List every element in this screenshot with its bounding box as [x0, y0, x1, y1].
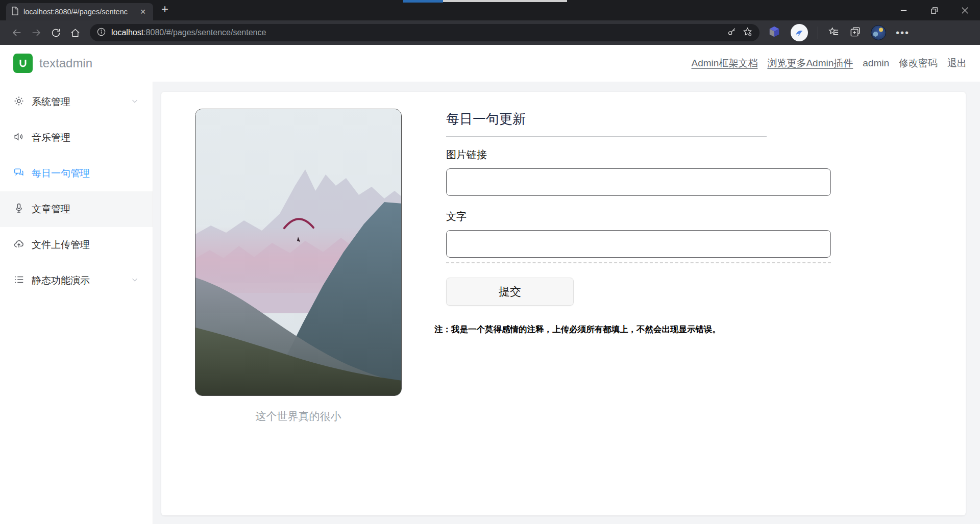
- refresh-icon[interactable]: [46, 24, 65, 41]
- image-link-label: 图片链接: [446, 148, 831, 162]
- background-window-sliver-light: [443, 0, 567, 2]
- home-icon[interactable]: [65, 24, 85, 41]
- bird-extension-icon[interactable]: [791, 24, 808, 41]
- gear-icon: [13, 95, 24, 109]
- key-icon[interactable]: [727, 27, 737, 39]
- form-divider: [446, 136, 767, 137]
- link-admin-docs[interactable]: Admin框架文档: [692, 57, 758, 70]
- sidebar-item-daily-sentence[interactable]: 每日一句管理: [0, 156, 153, 191]
- url-host: localhost: [111, 28, 143, 37]
- microphone-icon: [13, 203, 24, 216]
- profile-avatar[interactable]: [871, 25, 886, 40]
- page-favicon-icon: [11, 7, 19, 17]
- brand-logo-icon[interactable]: [13, 54, 33, 73]
- dashed-divider: [446, 262, 831, 263]
- sidebar-item-articles[interactable]: 文章管理: [0, 191, 153, 227]
- url-text[interactable]: localhost:8080/#/pages/sentence/sentence: [111, 28, 722, 37]
- browser-titlebar: localhost:8080/#/pages/sentenc ✕ +: [0, 0, 980, 20]
- image-caption: 这个世界真的很小: [195, 409, 402, 423]
- sidebar: 系统管理 音乐管理 每日一: [0, 82, 153, 524]
- daily-sentence-image: [195, 109, 402, 396]
- chat-bubbles-icon: [13, 167, 24, 181]
- sidebar-item-label: 音乐管理: [32, 131, 70, 144]
- sidebar-item-music[interactable]: 音乐管理: [0, 120, 153, 156]
- sidebar-item-label: 静态功能演示: [32, 274, 90, 287]
- form-note: 注：我是一个莫得感情的注释，上传必须所有都填上，不然会出现显示错误。: [434, 324, 831, 335]
- chevron-down-icon: [130, 96, 139, 108]
- back-icon[interactable]: [7, 24, 27, 41]
- list-icon: [13, 274, 24, 288]
- sidebar-item-static-demo[interactable]: 静态功能演示: [0, 263, 153, 298]
- link-more-plugins[interactable]: 浏览更多Admin插件: [767, 57, 853, 70]
- url-path: :8080/#/pages/sentence/sentence: [143, 28, 266, 37]
- more-icon[interactable]: •••: [896, 27, 910, 39]
- cube-extension-icon[interactable]: [768, 25, 781, 40]
- brand-name: textadmin: [39, 56, 92, 70]
- submit-button[interactable]: 提交: [446, 278, 574, 306]
- star-add-icon[interactable]: [742, 27, 753, 39]
- window-close-button[interactable]: [949, 0, 980, 20]
- favorites-icon[interactable]: [828, 26, 840, 40]
- url-bar[interactable]: localhost:8080/#/pages/sentence/sentence: [90, 24, 760, 41]
- sidebar-item-file-upload[interactable]: 文件上传管理: [0, 227, 153, 263]
- image-link-input[interactable]: [446, 168, 831, 196]
- link-change-password[interactable]: 修改密码: [899, 57, 938, 70]
- browser-toolbar: localhost:8080/#/pages/sentence/sentence: [0, 20, 980, 45]
- content-card: 这个世界真的很小 每日一句更新 图片链接 文字 提交 注：我是一个莫得感情的注释…: [161, 92, 966, 515]
- speaker-icon: [13, 131, 24, 145]
- text-input[interactable]: [446, 230, 831, 258]
- app-header: textadmin Admin框架文档 浏览更多Admin插件 admin 修改…: [0, 45, 980, 82]
- sidebar-item-label: 文章管理: [32, 203, 70, 216]
- main-content: 这个世界真的很小 每日一句更新 图片链接 文字 提交 注：我是一个莫得感情的注释…: [153, 82, 980, 524]
- header-username: admin: [863, 58, 889, 69]
- window-minimize-button[interactable]: [888, 0, 919, 20]
- new-tab-button[interactable]: +: [161, 2, 168, 16]
- daily-sentence-form: 每日一句更新 图片链接 文字 提交 注：我是一个莫得感情的注释，上传必须所有都填…: [446, 110, 831, 335]
- forward-icon[interactable]: [27, 24, 46, 41]
- sidebar-item-label: 系统管理: [32, 95, 70, 109]
- toolbar-separator: [818, 27, 818, 39]
- chevron-down-icon: [130, 275, 139, 287]
- cloud-upload-icon: [13, 238, 24, 252]
- header-links: Admin框架文档 浏览更多Admin插件 admin 修改密码 退出: [692, 57, 967, 70]
- sidebar-item-label: 文件上传管理: [32, 238, 90, 252]
- text-label: 文字: [446, 210, 831, 223]
- collections-icon[interactable]: [849, 26, 861, 40]
- link-logout[interactable]: 退出: [947, 57, 967, 70]
- browser-tab[interactable]: localhost:8080/#/pages/sentenc ✕: [6, 3, 153, 20]
- background-window-sliver-blue: [403, 0, 443, 3]
- tab-title: localhost:8080/#/pages/sentenc: [23, 8, 133, 16]
- tab-close-icon[interactable]: ✕: [138, 7, 148, 16]
- sidebar-item-system[interactable]: 系统管理: [0, 84, 153, 120]
- info-icon[interactable]: [96, 27, 106, 39]
- window-restore-button[interactable]: [919, 0, 949, 20]
- form-title: 每日一句更新: [446, 110, 831, 128]
- sidebar-item-label: 每日一句管理: [32, 167, 90, 180]
